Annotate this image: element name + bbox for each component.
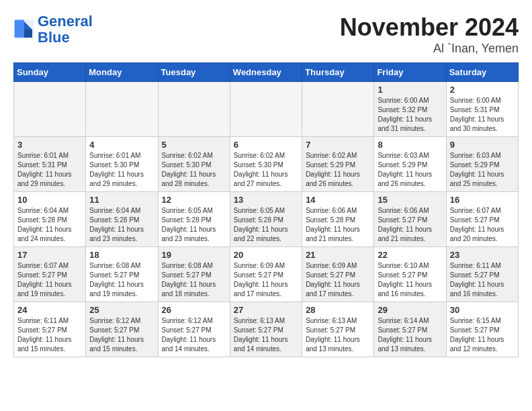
day-info: Sunrise: 6:03 AM Sunset: 5:29 PM Dayligh… — [450, 151, 515, 189]
day-info: Sunrise: 6:02 AM Sunset: 5:30 PM Dayligh… — [234, 151, 298, 189]
day-number: 8 — [378, 140, 442, 150]
page-header: General Blue November 2024 Al `Inan, Yem… — [13, 13, 519, 56]
day-info: Sunrise: 6:11 AM Sunset: 5:27 PM Dayligh… — [17, 316, 82, 354]
day-info: Sunrise: 6:12 AM Sunset: 5:27 PM Dayligh… — [162, 316, 226, 354]
logo-line1: General — [38, 13, 93, 30]
day-number: 23 — [450, 250, 515, 260]
day-number: 1 — [378, 85, 442, 95]
day-info: Sunrise: 6:09 AM Sunset: 5:27 PM Dayligh… — [306, 261, 370, 299]
day-info: Sunrise: 6:13 AM Sunset: 5:27 PM Dayligh… — [234, 316, 298, 354]
svg-rect-3 — [15, 20, 24, 38]
svg-marker-2 — [24, 30, 32, 38]
day-cell — [230, 82, 302, 137]
day-cell: 8Sunrise: 6:03 AM Sunset: 5:29 PM Daylig… — [374, 137, 446, 192]
day-cell — [158, 82, 230, 137]
day-cell: 2Sunrise: 6:00 AM Sunset: 5:31 PM Daylig… — [446, 82, 518, 137]
day-number: 19 — [162, 250, 226, 260]
day-info: Sunrise: 6:08 AM Sunset: 5:27 PM Dayligh… — [89, 261, 154, 299]
day-info: Sunrise: 6:15 AM Sunset: 5:27 PM Dayligh… — [450, 316, 515, 354]
week-row-1: 1Sunrise: 6:00 AM Sunset: 5:32 PM Daylig… — [14, 82, 519, 137]
day-info: Sunrise: 6:02 AM Sunset: 5:29 PM Dayligh… — [306, 151, 370, 189]
day-cell: 7Sunrise: 6:02 AM Sunset: 5:29 PM Daylig… — [302, 137, 374, 192]
day-number: 22 — [378, 250, 442, 260]
day-cell: 23Sunrise: 6:11 AM Sunset: 5:27 PM Dayli… — [446, 247, 518, 302]
day-number: 17 — [17, 250, 82, 260]
day-info: Sunrise: 6:13 AM Sunset: 5:27 PM Dayligh… — [306, 316, 370, 354]
day-number: 14 — [306, 195, 370, 205]
day-cell: 13Sunrise: 6:05 AM Sunset: 5:28 PM Dayli… — [230, 192, 302, 247]
day-cell: 5Sunrise: 6:02 AM Sunset: 5:30 PM Daylig… — [158, 137, 230, 192]
day-info: Sunrise: 6:04 AM Sunset: 5:28 PM Dayligh… — [89, 206, 154, 244]
day-number: 6 — [234, 140, 298, 150]
day-cell: 17Sunrise: 6:07 AM Sunset: 5:27 PM Dayli… — [14, 247, 86, 302]
day-info: Sunrise: 6:10 AM Sunset: 5:27 PM Dayligh… — [378, 261, 442, 299]
day-number: 15 — [378, 195, 442, 205]
header-friday: Friday — [374, 63, 446, 82]
day-info: Sunrise: 6:08 AM Sunset: 5:27 PM Dayligh… — [162, 261, 226, 299]
day-cell: 16Sunrise: 6:07 AM Sunset: 5:27 PM Dayli… — [446, 192, 518, 247]
day-cell — [302, 82, 374, 137]
day-number: 10 — [17, 195, 82, 205]
week-row-3: 10Sunrise: 6:04 AM Sunset: 5:28 PM Dayli… — [14, 192, 519, 247]
day-number: 25 — [89, 305, 154, 315]
day-info: Sunrise: 6:00 AM Sunset: 5:32 PM Dayligh… — [378, 96, 442, 134]
day-cell: 30Sunrise: 6:15 AM Sunset: 5:27 PM Dayli… — [446, 302, 518, 357]
day-number: 27 — [234, 305, 298, 315]
title-block: November 2024 Al `Inan, Yemen — [340, 13, 519, 56]
header-wednesday: Wednesday — [230, 63, 302, 82]
day-info: Sunrise: 6:05 AM Sunset: 5:28 PM Dayligh… — [234, 206, 298, 244]
day-cell: 22Sunrise: 6:10 AM Sunset: 5:27 PM Dayli… — [374, 247, 446, 302]
header-monday: Monday — [86, 63, 158, 82]
logo-line2: Blue — [38, 29, 70, 46]
day-cell: 11Sunrise: 6:04 AM Sunset: 5:28 PM Dayli… — [86, 192, 158, 247]
day-cell: 14Sunrise: 6:06 AM Sunset: 5:28 PM Dayli… — [302, 192, 374, 247]
day-cell: 3Sunrise: 6:01 AM Sunset: 5:31 PM Daylig… — [14, 137, 86, 192]
day-cell: 21Sunrise: 6:09 AM Sunset: 5:27 PM Dayli… — [302, 247, 374, 302]
day-number: 5 — [162, 140, 226, 150]
day-number: 9 — [450, 140, 515, 150]
location: Al `Inan, Yemen — [340, 42, 519, 56]
day-info: Sunrise: 6:06 AM Sunset: 5:27 PM Dayligh… — [378, 206, 442, 244]
day-info: Sunrise: 6:03 AM Sunset: 5:29 PM Dayligh… — [378, 151, 442, 189]
header-thursday: Thursday — [302, 63, 374, 82]
calendar-table: SundayMondayTuesdayWednesdayThursdayFrid… — [13, 62, 519, 357]
day-cell: 1Sunrise: 6:00 AM Sunset: 5:32 PM Daylig… — [374, 82, 446, 137]
day-cell: 15Sunrise: 6:06 AM Sunset: 5:27 PM Dayli… — [374, 192, 446, 247]
day-info: Sunrise: 6:07 AM Sunset: 5:27 PM Dayligh… — [450, 206, 515, 244]
week-row-2: 3Sunrise: 6:01 AM Sunset: 5:31 PM Daylig… — [14, 137, 519, 192]
day-number: 26 — [162, 305, 226, 315]
logo: General Blue — [13, 13, 93, 46]
day-info: Sunrise: 6:12 AM Sunset: 5:27 PM Dayligh… — [89, 316, 154, 354]
day-number: 21 — [306, 250, 370, 260]
day-cell: 10Sunrise: 6:04 AM Sunset: 5:28 PM Dayli… — [14, 192, 86, 247]
day-number: 29 — [378, 305, 442, 315]
day-number: 2 — [450, 85, 515, 95]
day-number: 30 — [450, 305, 515, 315]
day-info: Sunrise: 6:02 AM Sunset: 5:30 PM Dayligh… — [162, 151, 226, 189]
day-number: 3 — [17, 140, 82, 150]
header-saturday: Saturday — [446, 63, 518, 82]
day-info: Sunrise: 6:05 AM Sunset: 5:28 PM Dayligh… — [162, 206, 226, 244]
day-number: 28 — [306, 305, 370, 315]
logo-icon — [13, 19, 35, 40]
day-info: Sunrise: 6:01 AM Sunset: 5:31 PM Dayligh… — [17, 151, 82, 189]
day-info: Sunrise: 6:14 AM Sunset: 5:27 PM Dayligh… — [378, 316, 442, 354]
day-info: Sunrise: 6:04 AM Sunset: 5:28 PM Dayligh… — [17, 206, 82, 244]
day-info: Sunrise: 6:07 AM Sunset: 5:27 PM Dayligh… — [17, 261, 82, 299]
day-number: 20 — [234, 250, 298, 260]
day-number: 11 — [89, 195, 154, 205]
day-cell: 6Sunrise: 6:02 AM Sunset: 5:30 PM Daylig… — [230, 137, 302, 192]
week-row-4: 17Sunrise: 6:07 AM Sunset: 5:27 PM Dayli… — [14, 247, 519, 302]
day-info: Sunrise: 6:01 AM Sunset: 5:30 PM Dayligh… — [89, 151, 154, 189]
day-number: 18 — [89, 250, 154, 260]
day-info: Sunrise: 6:06 AM Sunset: 5:28 PM Dayligh… — [306, 206, 370, 244]
day-number: 13 — [234, 195, 298, 205]
day-info: Sunrise: 6:11 AM Sunset: 5:27 PM Dayligh… — [450, 261, 515, 299]
day-cell: 4Sunrise: 6:01 AM Sunset: 5:30 PM Daylig… — [86, 137, 158, 192]
day-number: 16 — [450, 195, 515, 205]
day-cell: 27Sunrise: 6:13 AM Sunset: 5:27 PM Dayli… — [230, 302, 302, 357]
day-cell: 12Sunrise: 6:05 AM Sunset: 5:28 PM Dayli… — [158, 192, 230, 247]
week-row-5: 24Sunrise: 6:11 AM Sunset: 5:27 PM Dayli… — [14, 302, 519, 357]
calendar-header-row: SundayMondayTuesdayWednesdayThursdayFrid… — [14, 63, 519, 82]
day-cell: 19Sunrise: 6:08 AM Sunset: 5:27 PM Dayli… — [158, 247, 230, 302]
